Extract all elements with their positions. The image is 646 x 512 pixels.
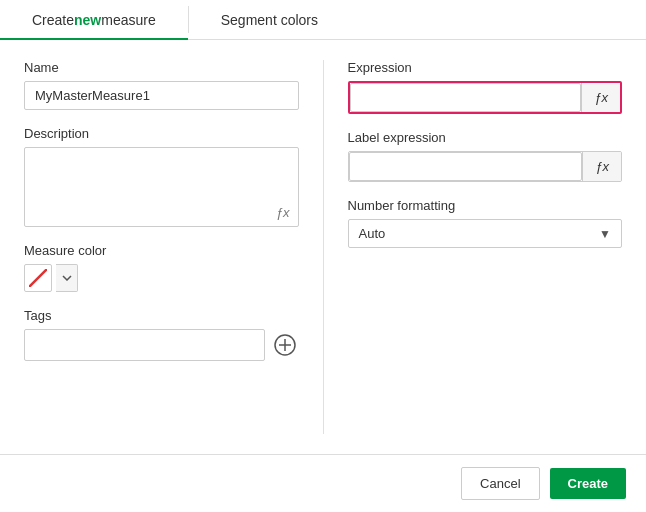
name-field-group: Name bbox=[24, 60, 299, 110]
color-picker-row bbox=[24, 264, 299, 292]
tags-input[interactable] bbox=[24, 329, 265, 361]
tags-field-group: Tags bbox=[24, 308, 299, 361]
label-fx-label: ƒx bbox=[595, 159, 609, 174]
number-formatting-value: Auto bbox=[359, 226, 386, 241]
number-formatting-label: Number formatting bbox=[348, 198, 623, 213]
tab-create-label-highlight: new bbox=[74, 12, 101, 28]
label-expression-field-group: Label expression ƒx bbox=[348, 130, 623, 182]
tab-bar: Create new measure Segment colors bbox=[0, 0, 646, 40]
description-area[interactable]: ƒx bbox=[24, 147, 299, 227]
description-fx-icon: ƒx bbox=[276, 205, 290, 220]
color-swatch-icon bbox=[29, 269, 47, 287]
color-dropdown-button[interactable] bbox=[56, 264, 78, 292]
create-button[interactable]: Create bbox=[550, 468, 626, 499]
description-label: Description bbox=[24, 126, 299, 141]
tab-create-label-after: measure bbox=[101, 12, 155, 28]
name-label: Name bbox=[24, 60, 299, 75]
tab-create-new-measure[interactable]: Create new measure bbox=[0, 1, 188, 40]
tab-segment-colors[interactable]: Segment colors bbox=[189, 1, 350, 40]
plus-circle-icon bbox=[274, 334, 296, 356]
name-input[interactable] bbox=[24, 81, 299, 110]
chevron-down-icon bbox=[62, 275, 72, 281]
tags-label: Tags bbox=[24, 308, 299, 323]
expression-label: Expression bbox=[348, 60, 623, 75]
number-formatting-group: Number formatting Auto ▼ bbox=[348, 198, 623, 248]
footer: Cancel Create bbox=[0, 454, 646, 512]
right-panel: Expression ƒx Label expression ƒx Number… bbox=[348, 60, 623, 434]
label-expression-input-row: ƒx bbox=[348, 151, 623, 182]
expression-field-group: Expression ƒx bbox=[348, 60, 623, 114]
main-content: Name Description ƒx Measure color bbox=[0, 40, 646, 454]
expression-input[interactable] bbox=[350, 83, 582, 112]
expression-input-row: ƒx bbox=[348, 81, 623, 114]
label-expression-input[interactable] bbox=[349, 152, 583, 181]
expression-fx-label: ƒx bbox=[594, 90, 608, 105]
measure-color-group: Measure color bbox=[24, 243, 299, 292]
expression-fx-button[interactable]: ƒx bbox=[581, 83, 620, 112]
color-swatch[interactable] bbox=[24, 264, 52, 292]
label-expression-label: Label expression bbox=[348, 130, 623, 145]
number-formatting-arrow: ▼ bbox=[599, 227, 611, 241]
tab-create-label-before: Create bbox=[32, 12, 74, 28]
label-expression-fx-button[interactable]: ƒx bbox=[582, 152, 621, 181]
tags-row bbox=[24, 329, 299, 361]
cancel-button[interactable]: Cancel bbox=[461, 467, 539, 500]
tab-segment-colors-label: Segment colors bbox=[221, 12, 318, 28]
number-formatting-select[interactable]: Auto ▼ bbox=[348, 219, 623, 248]
measure-color-label: Measure color bbox=[24, 243, 299, 258]
left-panel: Name Description ƒx Measure color bbox=[24, 60, 324, 434]
add-tag-button[interactable] bbox=[271, 331, 299, 359]
description-field-group: Description ƒx bbox=[24, 126, 299, 227]
